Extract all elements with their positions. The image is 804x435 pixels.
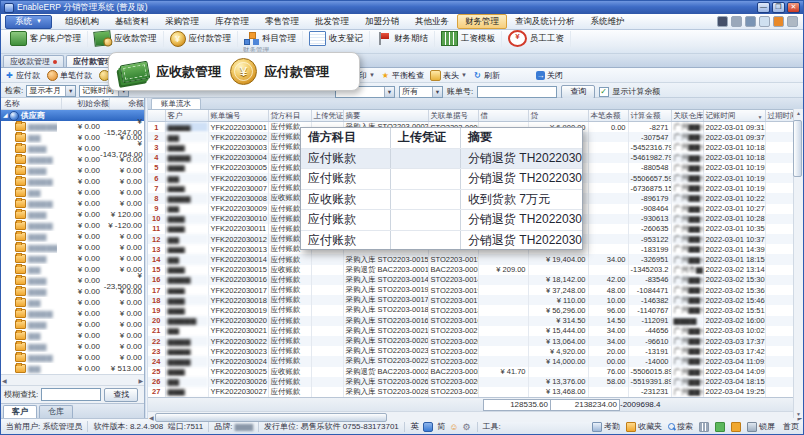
- menu-item[interactable]: 其他业务: [407, 14, 457, 29]
- tree-item-supplier[interactable]: ▆▆▆▆¥ 0.00¥ -120.00: [1, 220, 144, 231]
- tree-item-supplier[interactable]: ▆▆▆¥ 0.00¥ 0.00: [1, 319, 144, 330]
- status-tool-attendance[interactable]: 考勤: [592, 421, 620, 432]
- maximize-button[interactable]: ❐: [772, 2, 785, 13]
- scroll-left-icon[interactable]: ◀: [149, 414, 154, 421]
- hscroll-thumb[interactable]: [155, 413, 387, 422]
- tree-item-supplier[interactable]: ▆▆▆▆¥ 0.00¥ 0.00: [1, 352, 144, 363]
- smiley-icon[interactable]: ☺: [449, 422, 458, 432]
- ribbon-button-payable[interactable]: 应付款管理: [164, 31, 239, 47]
- expand-icon[interactable]: ◢: [3, 110, 8, 121]
- bell-icon[interactable]: [731, 16, 742, 27]
- menu-item[interactable]: 系统维护: [582, 14, 632, 29]
- ime-switch-icon[interactable]: [423, 422, 433, 432]
- monitor-icon[interactable]: [745, 16, 756, 27]
- scroll-up-icon[interactable]: ▲: [796, 110, 801, 116]
- find-button[interactable]: 查找: [104, 388, 138, 402]
- col-贷[interactable]: 贷: [528, 110, 588, 122]
- col-name[interactable]: 名称: [1, 98, 62, 109]
- tree-item-supplier[interactable]: ▆▆▆¥ 0.00¥ 0.00: [1, 253, 144, 264]
- period-select[interactable]: 显示本月▼: [26, 85, 76, 97]
- tree-item-supplier[interactable]: ▆▆▆¥ 0.00¥ 0.00: [1, 231, 144, 242]
- scope-select[interactable]: 所有▼: [399, 86, 443, 98]
- ribbon-button-salary-template[interactable]: 工资模板: [435, 31, 502, 47]
- col-记账时间[interactable]: 记账时间▼: [703, 110, 765, 122]
- action-next[interactable]: [521, 71, 530, 80]
- status-tool-lock-screen[interactable]: 锁屏: [747, 421, 775, 432]
- col-关联单据号[interactable]: 关联单据号: [428, 110, 478, 122]
- tree-hscrollbar[interactable]: ◀▶: [1, 374, 144, 385]
- col-关联仓库[interactable]: 关联仓库: [671, 110, 703, 122]
- action-close-tab[interactable]: 关闭: [536, 70, 563, 81]
- query-button[interactable]: 查询: [561, 85, 595, 99]
- ribbon-button-subject-tree[interactable]: 科目管理: [238, 31, 303, 47]
- table-row[interactable]: 15▆▆▆YFK2022030015应收账款采购退货 BAC2203-0001B…: [148, 265, 798, 275]
- table-row[interactable]: 18▆▆▆YFK2022030018应付账款采购入库 STO2203-0017S…: [148, 295, 798, 305]
- status-tool-theme[interactable]: [715, 422, 725, 432]
- col-本笔余额[interactable]: 本笔余额: [588, 110, 628, 122]
- col-init-balance[interactable]: 初始余额: [62, 98, 110, 109]
- system-menu-button[interactable]: 系统▼: [5, 15, 52, 29]
- menu-item[interactable]: 查询及统计分析: [507, 14, 583, 29]
- ribbon-button-ledger[interactable]: 收支登记: [303, 31, 370, 47]
- ime-en-icon[interactable]: 英: [411, 421, 420, 433]
- ribbon-button-receivable[interactable]: 应收款管理: [88, 31, 164, 47]
- table-row[interactable]: 23▆▆▆▆YFK2022030023应付账款采购入库 STO2203-0023…: [148, 346, 798, 356]
- action-single-payment[interactable]: 单笔付款: [47, 70, 92, 81]
- tree-item-supplier[interactable]: ▆▆¥ 0.00¥ 0.00: [1, 187, 144, 198]
- menu-item[interactable]: 零售管理: [257, 14, 307, 29]
- ime-cn-icon[interactable]: 简: [437, 421, 445, 432]
- minimize-button[interactable]: —: [757, 2, 770, 13]
- tab-bill-flow[interactable]: 账单流水: [151, 98, 201, 109]
- ribbon-button-period-flag[interactable]: 财务期结: [370, 31, 435, 47]
- action-header[interactable]: 表头▼: [430, 70, 467, 81]
- menu-item[interactable]: 批发管理: [307, 14, 357, 29]
- scroll-left-icon[interactable]: ◀: [2, 377, 7, 384]
- status-tool-skin[interactable]: [731, 422, 741, 432]
- tree-item-supplier[interactable]: ▆▆¥ 0.00¥ 513.00: [1, 363, 144, 374]
- menu-item[interactable]: 库存管理: [207, 14, 257, 29]
- scroll-down-icon[interactable]: ▼: [796, 411, 801, 417]
- col-上传凭证[interactable]: 上传凭证: [311, 110, 343, 122]
- tree-item-supplier[interactable]: ▆▆▆¥ 0.00¥ 0.00: [1, 341, 144, 352]
- table-row[interactable]: 14▆▆YFK2022030014应付账款采购入库 STO2203-0015ST…: [148, 254, 798, 264]
- fuzzy-find-input[interactable]: [41, 388, 101, 401]
- left-tab-仓库[interactable]: 仓库: [39, 405, 73, 418]
- col-账单编号[interactable]: 账单编号: [208, 110, 268, 122]
- tree-item-supplier[interactable]: ▆▆▆▆¥ 0.00¥ 0.00: [1, 154, 144, 165]
- grid-hscrollbar[interactable]: ◀ ▶: [148, 411, 803, 422]
- col-借[interactable]: 借: [478, 110, 528, 122]
- table-row[interactable]: 24▆▆▆▆YFK2022030024应付账款采购入库 STO2203-0022…: [148, 356, 798, 366]
- vscroll-thumb[interactable]: [793, 120, 802, 177]
- tree-item-supplier[interactable]: ▆▆▆▆▆¥ 0.00¥ -15,247.00: [1, 121, 144, 132]
- menu-item[interactable]: 财务管理: [457, 14, 507, 29]
- tree-item-supplier[interactable]: ▆▆▆¥ 0.00¥ 0.00: [1, 286, 144, 297]
- menu-item[interactable]: 采购管理: [157, 14, 207, 29]
- action-prev[interactable]: [506, 71, 515, 80]
- table-row[interactable]: 20▆▆▆▆▆YFK2022030020应付账款采购入库 STO2203-001…: [148, 316, 798, 326]
- left-tab-客户[interactable]: 客户: [3, 405, 37, 418]
- status-tool-grid[interactable]: [699, 422, 709, 432]
- close-button[interactable]: ✕: [787, 2, 800, 13]
- table-row[interactable]: 27▆▆▆YFK2022030027应付账款采购入库 STO2203-0028S…: [148, 387, 798, 397]
- usb-icon[interactable]: [717, 16, 728, 27]
- chat-icon[interactable]: [759, 16, 770, 27]
- status-tool-search[interactable]: 搜索: [668, 421, 693, 432]
- ribbon-button-employee-salary[interactable]: 员工工资: [502, 31, 571, 47]
- ribbon-button-customer-account[interactable]: 客户账户管理: [4, 31, 88, 47]
- tree-item-supplier[interactable]: ▆▆▆¥ 0.00¥ 120.00: [1, 209, 144, 220]
- window-mini-icon[interactable]: [787, 16, 798, 27]
- status-tool-favorites[interactable]: 收藏夹: [626, 421, 662, 432]
- menu-item[interactable]: 基础资料: [107, 14, 157, 29]
- table-row[interactable]: 17▆▆▆YFK2022030017应付账款采购入库 STO2203-0019S…: [148, 285, 798, 295]
- bill-number-input[interactable]: [477, 86, 557, 98]
- tree-item-supplier[interactable]: ▆▆▆▆¥ 0.00¥ 0.00: [1, 308, 144, 319]
- show-calc-balance-checkbox[interactable]: ✓ 显示计算余额: [599, 86, 660, 97]
- col-客户[interactable]: 客户: [165, 110, 208, 122]
- tree-item-supplier[interactable]: ▆▆¥ 0.00¥ 0.00: [1, 297, 144, 308]
- tree-item-supplier[interactable]: ▆▆▆¥ 0.00¥ 0.00: [1, 165, 144, 176]
- col-计算金额[interactable]: 计算金额: [628, 110, 671, 122]
- tree-item-supplier[interactable]: ▆▆▆¥ 0.00¥ -23,500.00: [1, 275, 144, 286]
- table-row[interactable]: 25▆▆▆YFK2022030025应收账款采购退货 BAC2203-0002B…: [148, 367, 798, 377]
- status-tool-home[interactable]: 首页: [781, 421, 799, 432]
- col-贷方科目[interactable]: 贷方科目: [268, 110, 311, 122]
